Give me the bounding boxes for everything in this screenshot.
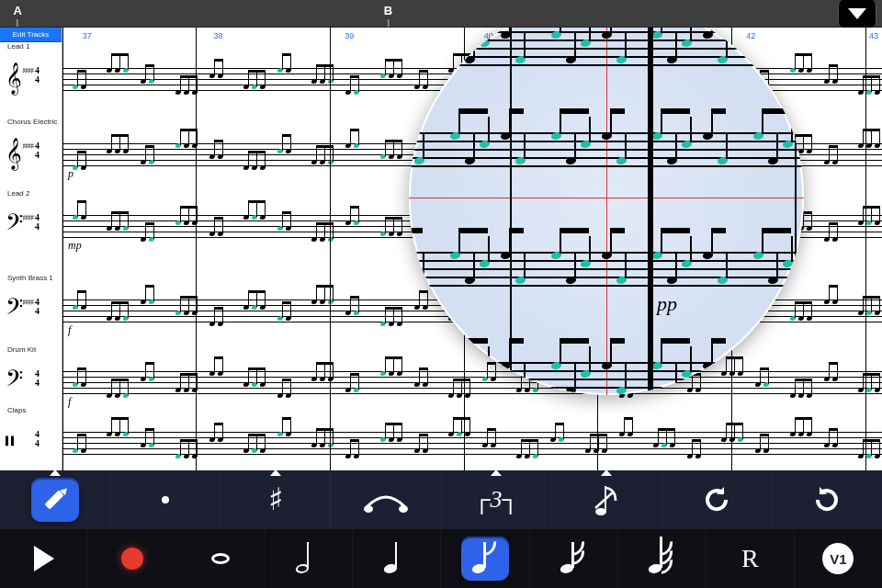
half-note-icon (296, 540, 322, 577)
sharp-button[interactable]: ♯ (220, 470, 331, 529)
dynamic-marking: mp (68, 239, 82, 253)
undo-button[interactable] (662, 470, 773, 529)
time-signature: 44 (35, 369, 40, 388)
track-header[interactable]: Synth Brass 1 𝄢 ♯♯♯♯ 44 (4, 283, 58, 320)
whole-note-icon (211, 553, 230, 564)
rest-button[interactable]: R (707, 529, 795, 588)
timeline-ruler[interactable]: A B (0, 0, 882, 28)
clef-icon: 𝄢 (6, 368, 23, 395)
tie-icon (361, 483, 411, 516)
crosshair-vertical (606, 28, 607, 395)
quarter-note-icon (384, 540, 410, 577)
play-button[interactable] (0, 529, 88, 588)
clef-icon: 𝄞 (6, 140, 22, 167)
track-header[interactable]: Lead 1 𝄞 ♯♯♯♯ 44 (4, 51, 58, 88)
thirtysecond-note-icon (649, 540, 674, 577)
key-signature: ♯♯♯♯ (22, 298, 33, 307)
eighth-note-icon (472, 540, 498, 577)
redo-icon (810, 483, 843, 516)
dynamic-marking: f (68, 395, 71, 409)
thirtysecond-note-button[interactable] (618, 529, 707, 588)
track-name: Lead 1 (7, 42, 29, 51)
half-note-button[interactable] (265, 529, 353, 588)
grace-note-icon (594, 481, 619, 519)
note-entry-toolbar: ♯ ┌3┐ (0, 470, 882, 588)
undo-icon (700, 483, 733, 516)
dynamic-marking: f (68, 323, 71, 337)
rest-icon: R (741, 544, 759, 573)
clef-icon: 𝄞 (6, 64, 22, 92)
track-header[interactable]: Chorus Electric 𝄞 ♯♯♯♯ 44 (4, 127, 58, 164)
record-icon (121, 548, 143, 570)
track-name: Chorus Electric (7, 118, 57, 126)
voice-select-button[interactable]: V1 (795, 529, 882, 588)
track-name: Lead 2 (7, 189, 29, 198)
time-signature: 44 (35, 298, 40, 316)
track-header[interactable]: Lead 2 𝄢 ♯♯♯♯ 44 (4, 198, 58, 235)
chevron-down-icon (848, 8, 866, 19)
key-signature: ♯♯♯♯ (22, 66, 33, 75)
eighth-note-button[interactable] (441, 529, 529, 588)
grace-note-button[interactable] (552, 470, 662, 529)
time-signature: 44 (35, 430, 40, 448)
redo-button[interactable] (773, 470, 882, 529)
pencil-icon (44, 489, 66, 511)
track-header-column: Edit Tracks Lead 1 𝄞 ♯♯♯♯ 44 Chorus Elec… (0, 28, 62, 470)
triplet-button[interactable]: ┌3┐ (442, 470, 552, 529)
staff[interactable] (62, 412, 882, 470)
clef-icon: 𝄢 (6, 211, 23, 239)
svg-point-0 (364, 505, 373, 513)
track-name: Synth Brass 1 (7, 274, 53, 282)
triplet-icon: ┌3┐ (473, 486, 519, 514)
staccato-button[interactable] (110, 470, 220, 529)
dot-icon (162, 496, 169, 503)
measure-number: 42 (746, 31, 755, 40)
key-signature: ♯♯♯♯ (22, 141, 33, 151)
dynamic-marking: pp (657, 292, 677, 316)
clef-icon: 𝄥 (6, 428, 14, 456)
edit-tracks-button[interactable]: Edit Tracks (0, 28, 62, 42)
voice-badge: V1 (822, 543, 854, 574)
time-signature: 44 (35, 213, 40, 232)
track-header[interactable]: Drum Kit 𝄢 44 (4, 355, 58, 391)
quarter-note-button[interactable] (353, 529, 441, 588)
clef-icon: 𝄢 (6, 296, 23, 323)
measure-number: 39 (345, 31, 354, 40)
section-marker-b[interactable]: B (384, 4, 392, 27)
key-signature: ♯♯♯♯ (22, 213, 33, 222)
pencil-tool-button[interactable] (0, 470, 110, 529)
sixteenth-note-icon (560, 540, 586, 577)
time-signature: 44 (35, 141, 40, 160)
sixteenth-note-button[interactable] (530, 529, 618, 588)
play-icon (34, 546, 54, 571)
section-marker-label: A (13, 4, 21, 17)
tie-button[interactable] (331, 470, 441, 529)
sharp-icon: ♯ (268, 484, 283, 515)
whole-note-button[interactable] (176, 529, 265, 588)
track-name: Claps (7, 406, 26, 414)
section-marker-a[interactable]: A (13, 4, 21, 27)
measure-number: 43 (869, 31, 878, 40)
record-button[interactable] (88, 529, 176, 588)
svg-point-1 (399, 505, 408, 513)
panel-toggle-button[interactable] (838, 0, 876, 29)
time-signature: 44 (35, 66, 40, 85)
measure-number: 37 (83, 31, 92, 40)
track-name: Drum Kit (7, 345, 36, 354)
measure-number: 38 (213, 31, 222, 40)
section-marker-label: B (384, 4, 392, 17)
staff[interactable]: f (62, 351, 882, 410)
track-header[interactable]: Claps 𝄥 44 (4, 415, 58, 452)
